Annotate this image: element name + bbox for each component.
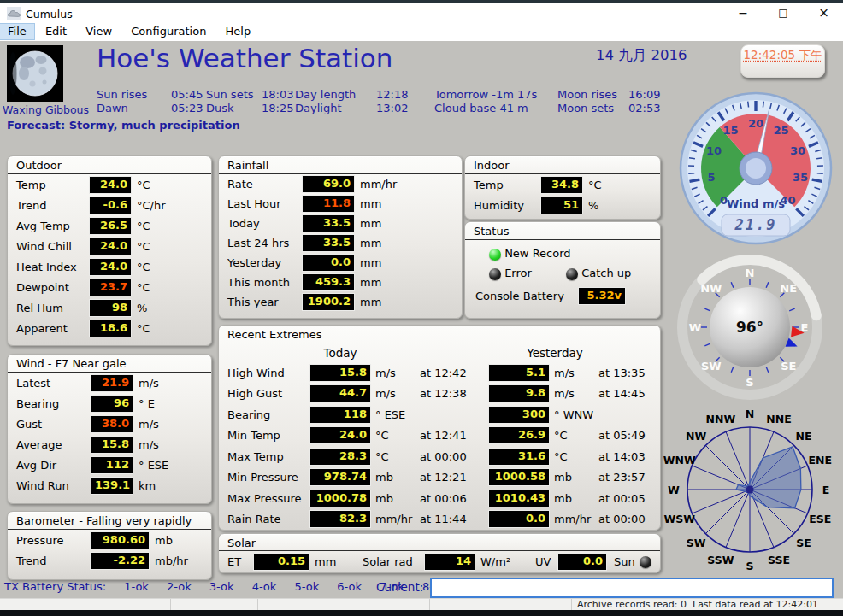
field-unit: mb/hr <box>150 554 188 567</box>
solar-rad-label: Solar rad <box>363 555 424 568</box>
date-display: 14 九月 2016 <box>596 46 687 65</box>
field-label: Avg Dir <box>16 459 91 472</box>
taskbar-sliver <box>0 610 843 616</box>
barometer-pressure-row: Pressure980.60mb <box>8 530 211 550</box>
yesterday-unit: °C <box>550 429 598 442</box>
field-label: Average <box>16 438 91 451</box>
today-value: 978.74 <box>309 468 371 486</box>
panel-title: Recent Extremes <box>219 326 660 343</box>
yesterday-value: 26.9 <box>488 426 550 444</box>
statusbar-cell <box>171 599 258 611</box>
svg-text:SW: SW <box>701 360 722 373</box>
field-unit: mm <box>355 276 381 289</box>
tx-battery-label: TX Battery Status: <box>4 580 106 593</box>
extremes-highgust-row: High Gust44.7m/sat 12:389.8m/sat 14:45 <box>219 384 660 405</box>
sun-rises-label: Sun rises <box>97 88 147 101</box>
yesterday-unit: mb <box>550 492 598 505</box>
barometer-pressure-value: 980.60 <box>90 531 150 549</box>
outdoor-heatindex-value: 24.0 <box>89 258 132 276</box>
today-time: at 11:44 <box>420 513 488 525</box>
moon-rises-value: 16:09 <box>628 88 660 101</box>
svg-text:W: W <box>689 321 701 334</box>
outdoor-windchill-row: Wind Chill24.0°C <box>8 236 211 256</box>
wind-average-value: 15.8 <box>91 436 133 454</box>
field-unit: ° ESE <box>133 459 168 472</box>
outdoor-temp-value: 24.0 <box>89 176 132 194</box>
extremes-mintemp-row: Min Temp24.0°Cat 12:4126.9°Cat 05:49 <box>219 425 660 447</box>
field-unit: m/s <box>133 377 159 390</box>
menu-bar: File Edit View Configuration Help <box>0 24 843 41</box>
field-label: Temp <box>16 179 89 191</box>
svg-text:W: W <box>668 484 680 496</box>
svg-text:21.9: 21.9 <box>734 216 777 233</box>
wind-speed-gauge: 0510152025303540Wind m/s21.9 <box>669 87 843 246</box>
day-length-label: Day length <box>295 88 356 101</box>
svg-text:E: E <box>822 484 830 496</box>
dawn-value: 05:23 <box>171 102 203 114</box>
yesterday-time: at 23:57 <box>598 471 655 484</box>
svg-text:N: N <box>746 408 754 420</box>
outdoor-panel: Outdoor Temp24.0°C Trend-0.6°C/hr Avg Te… <box>7 155 212 346</box>
svg-text:25: 25 <box>773 124 788 137</box>
menu-edit[interactable]: Edit <box>38 24 74 39</box>
yesterday-time: at 13:35 <box>598 367 655 379</box>
tx-channel-4: 4-ok <box>252 580 277 593</box>
sun-sets-value: 18:03 <box>262 88 293 101</box>
panel-separator <box>465 239 660 240</box>
svg-text:WSW: WSW <box>663 513 695 525</box>
field-label: Avg Temp <box>16 220 89 232</box>
sun-sets-label: Sun sets <box>206 88 254 101</box>
tomorrow-info: Tomorrow -1m 17s <box>434 88 537 101</box>
led-label: Error <box>504 267 532 279</box>
menu-help[interactable]: Help <box>218 24 259 39</box>
svg-text:NW: NW <box>700 282 722 295</box>
extremes-maxpressure-row: Max Pressure1000.78mbat 00:061010.43mbat… <box>219 488 660 509</box>
today-value: 82.3 <box>309 510 371 528</box>
outdoor-avgtemp-value: 26.5 <box>89 217 132 235</box>
clock-button[interactable]: 12:42:05 下午 <box>740 44 825 78</box>
indoor-humidity-value: 51 <box>540 197 583 214</box>
svg-text:ESE: ESE <box>809 513 831 525</box>
maximize-button[interactable]: □ <box>764 3 802 24</box>
clock-time: 12:42:05 下午 <box>744 48 822 62</box>
barometer-trend-value: -2.22 <box>90 552 150 570</box>
menu-view[interactable]: View <box>78 24 120 39</box>
svg-text:5: 5 <box>707 171 715 184</box>
field-label: Humidity <box>474 199 540 212</box>
svg-text:SE: SE <box>781 360 796 373</box>
cumulus-cloud-icon <box>7 7 21 20</box>
rain-month-value: 459.3 <box>302 273 355 291</box>
et-unit: mm <box>309 555 345 568</box>
svg-text:SSW: SSW <box>707 554 734 566</box>
outdoor-trend-row: Trend-0.6°C/hr <box>8 195 211 215</box>
wind-gust-row: Gust38.0m/s <box>8 414 211 434</box>
field-label: Heat Index <box>16 261 89 273</box>
field-label: Dewpoint <box>16 281 89 294</box>
extremes-header-row: Today Yesterday <box>219 343 660 362</box>
field-unit: % <box>583 199 598 212</box>
moon-sets-value: 02:53 <box>628 102 660 114</box>
svg-text:S: S <box>746 560 753 572</box>
console-battery-label: Console Battery <box>475 290 564 302</box>
minimize-button[interactable]: − <box>724 3 762 24</box>
extremes-highwind-row: High Wind15.8m/sat 12:425.1m/sat 13:35 <box>219 362 660 384</box>
error-indicator: Error <box>489 267 532 280</box>
today-time: at 12:41 <box>420 429 488 442</box>
svg-text:35: 35 <box>793 171 808 184</box>
field-label: Rel Hum <box>16 302 89 314</box>
solar-rad-value: 14 <box>424 553 475 571</box>
field-unit: ° E <box>133 397 155 410</box>
field-label: Wind Run <box>16 479 91 492</box>
close-button[interactable]: × <box>805 3 843 24</box>
window-title: Cumulus <box>26 7 73 21</box>
menu-file[interactable]: File <box>0 24 34 39</box>
wind-latest-value: 21.9 <box>91 374 133 392</box>
extremes-minpressure-row: Min Pressure978.74mbat 12:211000.58mbat … <box>219 467 660 489</box>
yesterday-time: at 00:05 <box>598 492 655 505</box>
outdoor-windchill-value: 24.0 <box>89 238 132 255</box>
console-battery-value: 5.32v <box>578 287 626 305</box>
field-unit: % <box>132 302 147 314</box>
yesterday-value: 300 <box>488 406 550 424</box>
current-data-input[interactable] <box>430 578 834 598</box>
menu-configuration[interactable]: Configuration <box>123 24 214 39</box>
